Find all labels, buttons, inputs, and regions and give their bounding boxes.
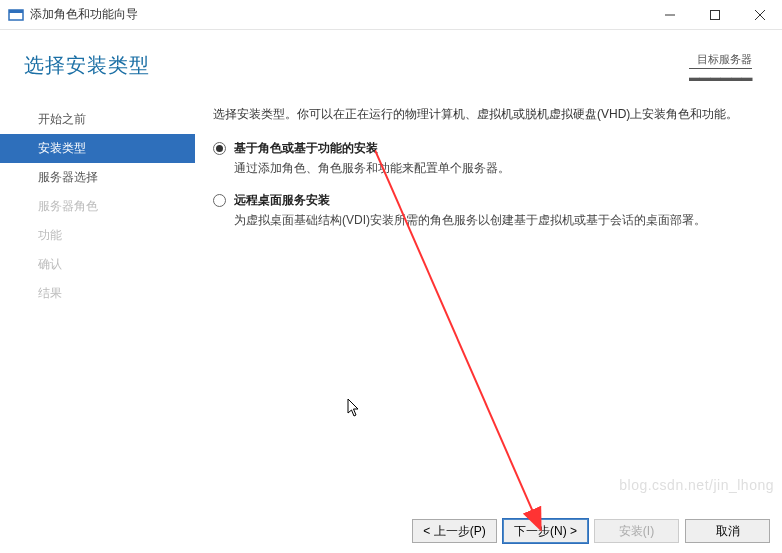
target-server-info: 目标服务器 ▬▬▬▬▬▬ — [689, 52, 752, 83]
sidebar-item-server-roles: 服务器角色 — [0, 192, 195, 221]
install-button: 安装(I) — [594, 519, 679, 543]
sidebar-item-install-type[interactable]: 安装类型 — [0, 134, 195, 163]
maximize-button[interactable] — [692, 0, 737, 30]
radio-icon — [213, 194, 226, 207]
radio-title: 远程桌面服务安装 — [234, 192, 764, 209]
button-bar: < 上一步(P) 下一步(N) > 安装(I) 取消 — [412, 519, 770, 543]
radio-title: 基于角色或基于功能的安装 — [234, 140, 764, 157]
close-button[interactable] — [737, 0, 782, 30]
page-title: 选择安装类型 — [24, 52, 150, 79]
radio-body: 远程桌面服务安装 为虚拟桌面基础结构(VDI)安装所需的角色服务以创建基于虚拟机… — [234, 192, 764, 230]
radio-role-based-install[interactable]: 基于角色或基于功能的安装 通过添加角色、角色服务和功能来配置单个服务器。 — [213, 140, 764, 178]
titlebar: 添加角色和功能向导 — [0, 0, 782, 30]
target-server-label: 目标服务器 — [689, 52, 752, 69]
window-title: 添加角色和功能向导 — [30, 6, 138, 23]
window-controls — [647, 0, 782, 30]
sidebar-item-before-begin[interactable]: 开始之前 — [0, 105, 195, 134]
app-icon — [8, 7, 24, 23]
wizard-content: 选择安装类型。你可以在正在运行的物理计算机、虚拟机或脱机虚拟硬盘(VHD)上安装… — [195, 97, 782, 523]
wizard-body: 开始之前 安装类型 服务器选择 服务器角色 功能 确认 结果 选择安装类型。你可… — [0, 93, 782, 523]
radio-remote-desktop-install[interactable]: 远程桌面服务安装 为虚拟桌面基础结构(VDI)安装所需的角色服务以创建基于虚拟机… — [213, 192, 764, 230]
wizard-sidebar: 开始之前 安装类型 服务器选择 服务器角色 功能 确认 结果 — [0, 97, 195, 523]
target-server-value: ▬▬▬▬▬▬ — [689, 71, 752, 83]
svg-rect-3 — [710, 10, 719, 19]
radio-desc: 通过添加角色、角色服务和功能来配置单个服务器。 — [234, 159, 764, 178]
svg-rect-1 — [9, 10, 23, 13]
sidebar-item-confirm: 确认 — [0, 250, 195, 279]
radio-icon — [213, 142, 226, 155]
cancel-button[interactable]: 取消 — [685, 519, 770, 543]
radio-body: 基于角色或基于功能的安装 通过添加角色、角色服务和功能来配置单个服务器。 — [234, 140, 764, 178]
sidebar-item-result: 结果 — [0, 279, 195, 308]
next-button[interactable]: 下一步(N) > — [503, 519, 588, 543]
sidebar-item-features: 功能 — [0, 221, 195, 250]
minimize-button[interactable] — [647, 0, 692, 30]
radio-desc: 为虚拟桌面基础结构(VDI)安装所需的角色服务以创建基于虚拟机或基于会话的桌面部… — [234, 211, 764, 230]
content-intro: 选择安装类型。你可以在正在运行的物理计算机、虚拟机或脱机虚拟硬盘(VHD)上安装… — [213, 105, 764, 124]
sidebar-item-server-selection[interactable]: 服务器选择 — [0, 163, 195, 192]
wizard-header: 选择安装类型 目标服务器 ▬▬▬▬▬▬ — [0, 30, 782, 93]
prev-button[interactable]: < 上一步(P) — [412, 519, 497, 543]
